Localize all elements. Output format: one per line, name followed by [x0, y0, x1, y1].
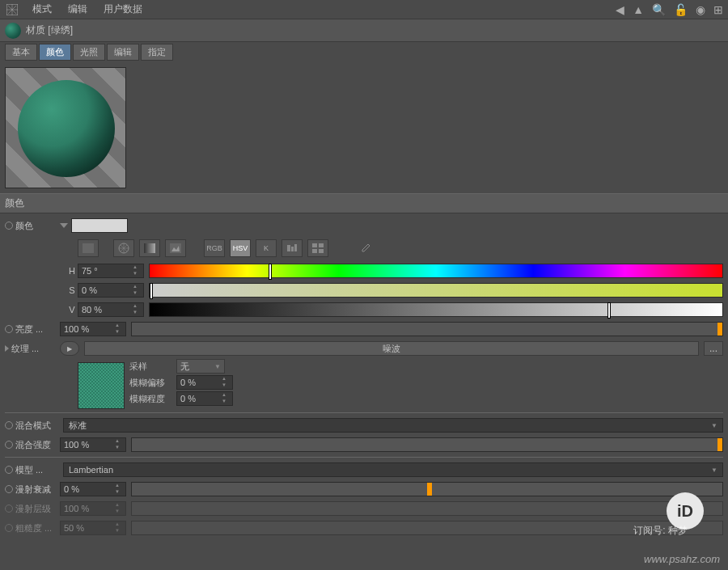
val-input[interactable]: 80 %▲▼ [78, 302, 144, 317]
diffuse-falloff-input[interactable]: 0 %▲▼ [60, 482, 126, 496]
material-thumbnail-icon [5, 23, 21, 39]
label-roughness: 粗糙度 [15, 522, 42, 534]
sat-label: S [66, 285, 78, 295]
target-icon[interactable]: ◉ [696, 3, 705, 16]
mode-hsv-button[interactable]: HSV [230, 239, 251, 257]
mode-mixer-icon[interactable] [281, 239, 303, 257]
param-marker-icon [5, 466, 13, 474]
sat-slider[interactable] [149, 283, 723, 298]
svg-rect-12 [319, 249, 324, 253]
svg-rect-3 [144, 243, 155, 253]
blur-scale-input[interactable]: 0 %▲▼ [176, 391, 233, 406]
mode-swatches-icon[interactable] [307, 239, 328, 257]
section-color-header: 颜色 [0, 193, 728, 213]
param-marker-icon [5, 421, 13, 429]
brightness-input[interactable]: 100 %▲▼ [60, 322, 126, 336]
param-marker-icon [5, 222, 13, 230]
material-preview[interactable] [5, 67, 126, 188]
param-marker-icon [5, 524, 13, 532]
tab-basic[interactable]: 基本 [5, 44, 37, 61]
svg-rect-10 [319, 243, 324, 247]
model-dropdown[interactable]: Lambertian▼ [63, 462, 723, 477]
hue-input[interactable]: 75 °▲▼ [78, 264, 144, 278]
expand-icon[interactable] [5, 345, 9, 352]
eyedropper-icon[interactable] [354, 239, 375, 257]
mode-kelvin-button[interactable]: K [256, 239, 277, 257]
mode-wheel-icon[interactable] [113, 239, 134, 257]
blend-mode-dropdown[interactable]: 标准▼ [63, 418, 723, 433]
label-blend-mode: 混合模式 [15, 420, 51, 432]
label-diffuse-falloff: 漫射衰减 [15, 483, 51, 496]
texture-play-button[interactable]: ▶ [60, 341, 79, 356]
label-blend-strength: 混合强度 [15, 439, 51, 451]
brightness-slider[interactable] [131, 322, 723, 336]
mode-spectrum-icon[interactable] [78, 239, 99, 257]
lock-icon[interactable]: 🔓 [674, 3, 688, 16]
blur-offset-input[interactable]: 0 %▲▼ [176, 375, 233, 390]
diffuse-falloff-slider[interactable] [131, 482, 723, 496]
svg-rect-4 [170, 243, 181, 253]
param-marker-icon [5, 485, 13, 493]
menu-mode[interactable]: 模式 [24, 2, 60, 16]
param-marker-icon [5, 505, 13, 513]
blend-strength-slider[interactable] [131, 437, 723, 452]
color-swatch[interactable] [71, 218, 128, 233]
add-icon[interactable]: ⊞ [713, 3, 723, 16]
texture-name-field[interactable]: 噪波 [84, 341, 699, 356]
roughness-input: 50 %▲▼ [60, 521, 126, 535]
svg-rect-11 [312, 249, 317, 253]
val-label: V [66, 305, 78, 315]
diffuse-level-input: 100 %▲▼ [60, 501, 126, 516]
svg-rect-1 [83, 243, 94, 253]
hue-label: H [66, 266, 78, 276]
param-marker-icon [5, 325, 13, 333]
menu-edit[interactable]: 编辑 [60, 2, 95, 16]
watermark-url: www.psahz.com [644, 553, 720, 565]
tab-color[interactable]: 颜色 [39, 44, 71, 61]
sampling-dropdown[interactable]: 无▼ [176, 359, 225, 374]
sat-input[interactable]: 0 %▲▼ [78, 283, 144, 298]
label-texture: 纹理 [11, 343, 29, 355]
search-icon[interactable]: 🔍 [652, 3, 666, 16]
diffuse-level-slider [131, 501, 723, 516]
nav-up-icon[interactable]: ▲ [633, 3, 644, 16]
tab-edit[interactable]: 编辑 [107, 44, 139, 61]
label-blur-scale: 模糊程度 [129, 393, 171, 405]
svg-rect-9 [312, 243, 317, 247]
label-model: 模型 [15, 464, 33, 476]
texture-preview[interactable] [78, 362, 125, 409]
svg-rect-8 [294, 244, 297, 251]
param-marker-icon [5, 441, 13, 449]
label-blur-offset: 模糊偏移 [129, 377, 171, 389]
svg-rect-7 [291, 247, 294, 251]
preview-sphere [18, 80, 115, 177]
material-title: 材质 [绿绣] [26, 23, 73, 37]
mode-gradient-icon[interactable] [139, 239, 160, 257]
blend-strength-input[interactable]: 100 %▲▼ [60, 437, 126, 452]
tab-assign[interactable]: 指定 [141, 44, 173, 61]
app-icon[interactable] [5, 2, 19, 17]
watermark-subscribe: 订阅号: 种梦 [633, 524, 688, 538]
collapse-icon[interactable] [60, 223, 68, 228]
svg-rect-6 [287, 245, 290, 251]
val-slider[interactable] [149, 302, 723, 317]
hue-slider[interactable] [149, 264, 723, 278]
label-brightness: 亮度 [15, 323, 33, 336]
mode-rgb-button[interactable]: RGB [204, 239, 225, 257]
nav-back-icon[interactable]: ◀ [616, 3, 624, 16]
texture-more-button[interactable]: ... [704, 341, 723, 356]
menu-userdata[interactable]: 用户数据 [95, 2, 150, 16]
label-sampling: 采样 [129, 361, 171, 373]
mode-image-icon[interactable] [165, 239, 186, 257]
label-color: 颜色 [15, 220, 33, 232]
label-diffuse-level: 漫射层级 [15, 503, 51, 515]
tab-illumination[interactable]: 光照 [73, 44, 105, 61]
